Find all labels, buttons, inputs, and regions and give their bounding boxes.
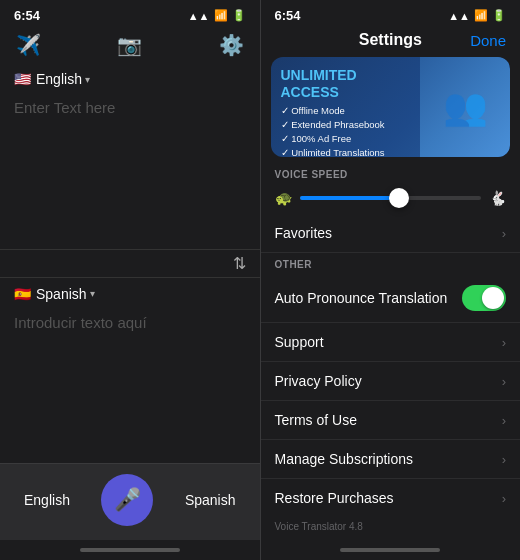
promo-people-icon: 👥: [443, 86, 488, 128]
auto-pronounce-right: [462, 285, 506, 311]
favorites-chevron-icon: ›: [502, 226, 506, 241]
promo-title: UNLIMITEDACCESS: [281, 67, 411, 101]
source-placeholder: Enter Text here: [14, 99, 115, 116]
settings-list: Favorites › OTHER Auto Pronounce Transla…: [261, 214, 521, 513]
camera-icon[interactable]: 📷: [117, 33, 142, 57]
right-wifi-icon: 📶: [474, 9, 488, 22]
support-chevron-icon: ›: [502, 335, 506, 350]
favorites-right: ›: [502, 226, 506, 241]
left-panel: 6:54 ▲▲ 📶 🔋 ✈️ 📷 ⚙️ 🇺🇸 English ▾ Enter T…: [0, 0, 260, 560]
target-flag: 🇪🇸: [14, 286, 31, 302]
promo-image: 👥: [420, 57, 510, 157]
promo-text: UNLIMITEDACCESS ✓ Offline Mode ✓ Extende…: [271, 57, 421, 157]
support-label: Support: [275, 334, 324, 350]
source-chevron-icon: ▾: [85, 74, 90, 85]
promo-banner[interactable]: UNLIMITEDACCESS ✓ Offline Mode ✓ Extende…: [271, 57, 511, 157]
right-status-bar: 6:54 ▲▲ 📶 🔋: [261, 0, 521, 27]
speed-slow-icon: 🐢: [275, 190, 292, 206]
other-section-label: OTHER: [261, 253, 521, 274]
speed-fast-icon: 🐇: [489, 190, 506, 206]
source-flag: 🇺🇸: [14, 71, 31, 87]
privacy-policy-item[interactable]: Privacy Policy ›: [261, 362, 521, 401]
wifi-icon: 📶: [214, 9, 228, 22]
restore-purchases-chevron-icon: ›: [502, 491, 506, 506]
battery-icon: 🔋: [232, 9, 246, 22]
mic-icon: 🎤: [114, 487, 141, 513]
bottom-target-lang-button[interactable]: Spanish: [185, 492, 236, 508]
auto-pronounce-toggle[interactable]: [462, 285, 506, 311]
privacy-policy-chevron-icon: ›: [502, 374, 506, 389]
done-button[interactable]: Done: [470, 32, 506, 49]
settings-title: Settings: [311, 31, 471, 49]
version-label: Voice Translator 4.8: [261, 513, 521, 540]
left-time: 6:54: [14, 8, 40, 23]
bottom-source-lang-button[interactable]: English: [24, 492, 70, 508]
right-time: 6:54: [275, 8, 301, 23]
swap-divider: ⇅: [0, 249, 260, 277]
terms-of-use-item[interactable]: Terms of Use ›: [261, 401, 521, 440]
home-indicator-right: [261, 540, 521, 560]
target-placeholder: Introducir texto aquí: [14, 314, 147, 331]
voice-speed-slider[interactable]: [300, 196, 482, 200]
auto-pronounce-item[interactable]: Auto Pronounce Translation: [261, 274, 521, 323]
terms-of-use-chevron-icon: ›: [502, 413, 506, 428]
terms-of-use-right: ›: [502, 413, 506, 428]
favorites-label: Favorites: [275, 225, 333, 241]
manage-subscriptions-right: ›: [502, 452, 506, 467]
support-right: ›: [502, 335, 506, 350]
right-battery-icon: 🔋: [492, 9, 506, 22]
right-panel: 6:54 ▲▲ 📶 🔋 Settings Done UNLIMITEDACCES…: [261, 0, 521, 560]
voice-speed-label: VOICE SPEED: [261, 163, 521, 184]
terms-of-use-label: Terms of Use: [275, 412, 357, 428]
auto-pronounce-label: Auto Pronounce Translation: [275, 290, 448, 306]
swap-icon[interactable]: ⇅: [233, 254, 246, 273]
manage-subscriptions-item[interactable]: Manage Subscriptions ›: [261, 440, 521, 479]
translate-icon[interactable]: ✈️: [16, 33, 41, 57]
source-language-name: English: [36, 71, 82, 87]
promo-features: ✓ Offline Mode ✓ Extended Phrasebook ✓ 1…: [281, 104, 411, 157]
favorites-item[interactable]: Favorites ›: [261, 214, 521, 253]
left-toolbar: ✈️ 📷 ⚙️: [0, 27, 260, 63]
manage-subscriptions-chevron-icon: ›: [502, 452, 506, 467]
left-status-bar: 6:54 ▲▲ 📶 🔋: [0, 0, 260, 27]
settings-icon[interactable]: ⚙️: [219, 33, 244, 57]
slider-thumb[interactable]: [389, 188, 409, 208]
target-language-name: Spanish: [36, 286, 87, 302]
mic-button[interactable]: 🎤: [101, 474, 153, 526]
voice-speed-slider-row: 🐢 🐇: [261, 184, 521, 214]
target-chevron-icon: ▾: [90, 288, 95, 299]
toggle-thumb: [482, 287, 504, 309]
restore-purchases-right: ›: [502, 491, 506, 506]
source-language-bar[interactable]: 🇺🇸 English ▾: [0, 63, 260, 91]
restore-purchases-item[interactable]: Restore Purchases ›: [261, 479, 521, 513]
right-signal-icon: ▲▲: [448, 10, 470, 22]
left-status-icons: ▲▲ 📶 🔋: [188, 9, 246, 22]
target-language-bar[interactable]: 🇪🇸 Spanish ▾: [0, 277, 260, 306]
signal-icon: ▲▲: [188, 10, 210, 22]
privacy-policy-right: ›: [502, 374, 506, 389]
bottom-bar: English 🎤 Spanish: [0, 463, 260, 540]
right-status-icons: ▲▲ 📶 🔋: [448, 9, 506, 22]
privacy-policy-label: Privacy Policy: [275, 373, 362, 389]
restore-purchases-label: Restore Purchases: [275, 490, 394, 506]
settings-header: Settings Done: [261, 27, 521, 57]
home-bar-right: [340, 548, 440, 552]
support-item[interactable]: Support ›: [261, 323, 521, 362]
source-text-input[interactable]: Enter Text here: [0, 91, 260, 249]
manage-subscriptions-label: Manage Subscriptions: [275, 451, 414, 467]
slider-fill: [300, 196, 400, 200]
home-indicator-left: [0, 540, 260, 560]
home-bar-left: [80, 548, 180, 552]
target-text-area: Introducir texto aquí: [0, 306, 260, 464]
